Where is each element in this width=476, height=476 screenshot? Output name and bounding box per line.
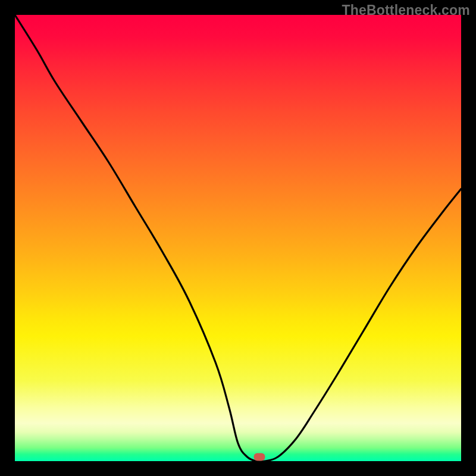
bottleneck-curve xyxy=(15,15,461,461)
chart-frame: TheBottleneck.com xyxy=(0,0,476,476)
watermark-text: TheBottleneck.com xyxy=(342,2,470,18)
plot-area xyxy=(15,15,461,461)
optimal-point-marker xyxy=(254,453,265,461)
curve-svg xyxy=(15,15,461,461)
